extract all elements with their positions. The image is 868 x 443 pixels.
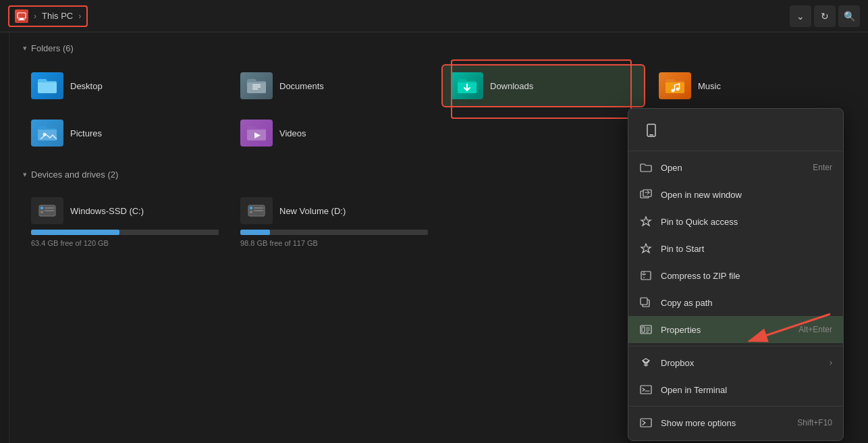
ctx-open-terminal-label: Open in Terminal <box>661 385 832 395</box>
ctx-show-more-icon <box>639 416 653 429</box>
downloads-folder-icon <box>451 72 483 99</box>
drive-d-bar-container <box>240 230 428 235</box>
ctx-open-label: Open <box>661 163 805 173</box>
ctx-pin-quick-access[interactable]: Pin to Quick access <box>628 208 843 235</box>
svg-rect-3 <box>252 84 261 86</box>
folders-section-header: ▾ Folders (6) <box>23 43 855 53</box>
refresh-button[interactable]: ↻ <box>814 5 836 27</box>
drive-c-bar <box>31 230 119 235</box>
svg-rect-30 <box>646 328 650 329</box>
ctx-pin-start[interactable]: Pin to Start <box>628 235 843 262</box>
svg-rect-4 <box>252 86 261 88</box>
ctx-separator-2 <box>628 406 843 407</box>
drive-d-bar <box>240 230 270 235</box>
svg-rect-16 <box>250 207 252 209</box>
svg-rect-0 <box>18 13 26 18</box>
ctx-dropbox-icon <box>639 356 653 369</box>
ctx-open-terminal[interactable]: Open in Terminal <box>628 376 843 403</box>
titlebar-actions: ⌄ ↻ 🔍 <box>790 5 860 27</box>
context-menu: Open Enter Open in new window Pin to Qui… <box>628 108 844 441</box>
context-menu-top-icons <box>628 113 843 151</box>
folder-documents[interactable]: Documents <box>232 64 436 107</box>
downloads-folder-name: Downloads <box>490 81 533 91</box>
svg-rect-11 <box>40 207 43 209</box>
ctx-dropbox[interactable]: Dropbox › <box>628 349 843 376</box>
svg-rect-5 <box>252 88 258 90</box>
ctx-properties-shortcut: Alt+Enter <box>798 325 832 334</box>
svg-rect-27 <box>641 298 647 305</box>
videos-folder-name: Videos <box>279 128 306 138</box>
folder-desktop[interactable]: Desktop <box>23 64 227 107</box>
drive-c-name: Windows-SSD (C:) <box>70 206 144 216</box>
svg-rect-19 <box>254 210 263 211</box>
titlebar: › This PC › ⌄ ↻ 🔍 <box>0 0 868 32</box>
ctx-copy-path-icon <box>639 296 653 309</box>
documents-folder-name: Documents <box>279 81 324 91</box>
devices-toggle[interactable]: ▾ <box>23 170 27 179</box>
ctx-separator-1 <box>628 346 843 346</box>
ctx-open-shortcut: Enter <box>813 163 832 172</box>
drive-d[interactable]: New Volume (D:) 98.8 GB free of 117 GB <box>232 190 436 254</box>
drive-c[interactable]: Windows-SSD (C:) 63.4 GB free of 120 GB <box>23 190 227 254</box>
ctx-properties-label: Properties <box>661 325 790 335</box>
ctx-open-new-window[interactable]: Open in new window <box>628 181 843 208</box>
drive-d-icon <box>240 197 273 224</box>
ctx-copy-path[interactable]: Copy as path <box>628 289 843 316</box>
ctx-properties[interactable]: Properties Alt+Enter <box>628 316 843 343</box>
desktop-folder-icon <box>31 72 63 99</box>
svg-rect-12 <box>40 211 43 213</box>
videos-folder-icon <box>240 120 273 147</box>
drive-d-header: New Volume (D:) <box>240 197 428 224</box>
music-folder-icon <box>659 72 691 99</box>
this-pc-icon <box>15 9 28 23</box>
ctx-pin-start-icon <box>639 242 653 255</box>
folders-toggle[interactable]: ▾ <box>23 44 27 53</box>
svg-rect-25 <box>642 273 646 275</box>
ctx-open[interactable]: Open Enter <box>628 154 843 181</box>
folder-videos[interactable]: Videos <box>232 113 436 153</box>
ctx-phone-icon-btn[interactable] <box>639 118 663 142</box>
ctx-compress-zip[interactable]: Compress to ZIP file <box>628 262 843 289</box>
expand-button[interactable]: ⌄ <box>790 5 811 27</box>
folders-label: Folders (6) <box>31 43 74 53</box>
svg-rect-18 <box>254 207 263 209</box>
ctx-dropbox-arrow: › <box>830 358 832 367</box>
ctx-show-more-label: Show more options <box>661 418 789 428</box>
breadcrumb-chevron1: › <box>34 11 36 21</box>
drive-c-info: 63.4 GB free of 120 GB <box>31 239 219 247</box>
drive-d-info: 98.8 GB free of 117 GB <box>240 239 428 247</box>
breadcrumb-chevron2: › <box>78 11 81 21</box>
svg-rect-21 <box>649 134 653 136</box>
desktop-folder-name: Desktop <box>70 81 103 91</box>
sidebar <box>0 32 9 443</box>
svg-rect-2 <box>18 20 25 20</box>
ctx-dropbox-label: Dropbox <box>661 358 821 368</box>
svg-rect-14 <box>45 210 54 211</box>
svg-rect-17 <box>250 211 252 213</box>
search-button[interactable]: 🔍 <box>838 5 860 27</box>
folder-downloads[interactable]: Downloads <box>441 64 645 107</box>
ctx-open-new-window-label: Open in new window <box>661 190 832 200</box>
ctx-pin-start-label: Pin to Start <box>661 244 832 254</box>
ctx-copy-path-label: Copy as path <box>661 298 832 308</box>
folder-music[interactable]: Music <box>651 64 855 107</box>
svg-rect-34 <box>641 419 651 427</box>
svg-rect-31 <box>646 330 650 331</box>
svg-rect-13 <box>45 207 54 209</box>
pictures-folder-icon <box>31 120 63 147</box>
svg-rect-24 <box>641 271 651 280</box>
ctx-compress-zip-icon <box>639 269 653 282</box>
ctx-open-icon <box>639 161 653 174</box>
music-folder-name: Music <box>698 81 721 91</box>
breadcrumb-container: › This PC › <box>8 5 88 27</box>
ctx-compress-zip-label: Compress to ZIP file <box>661 271 832 281</box>
drive-d-name: New Volume (D:) <box>279 206 346 216</box>
svg-rect-33 <box>641 386 651 394</box>
ctx-properties-icon <box>639 323 653 336</box>
svg-rect-32 <box>646 332 649 333</box>
ctx-open-terminal-icon <box>639 383 653 396</box>
ctx-show-more[interactable]: Show more options Shift+F10 <box>628 409 843 436</box>
drive-c-icon <box>31 197 63 224</box>
folder-pictures[interactable]: Pictures <box>23 113 227 153</box>
breadcrumb-this-pc[interactable]: This PC <box>42 11 73 21</box>
